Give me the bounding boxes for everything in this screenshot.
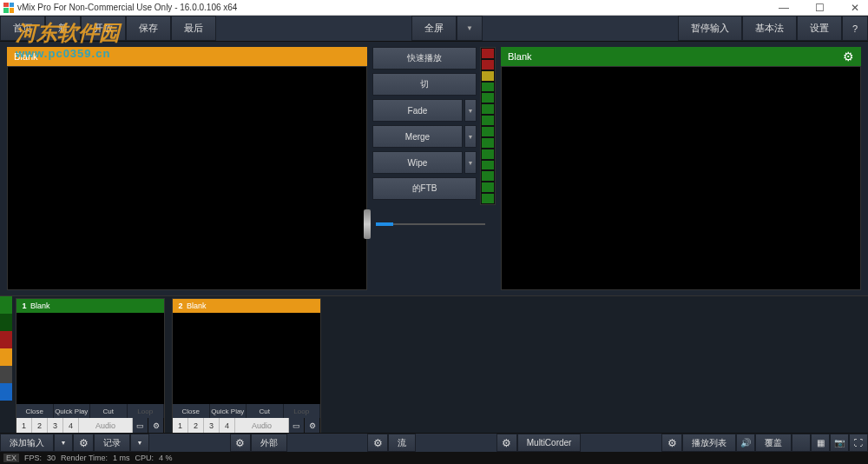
playlist-settings-icon[interactable]: ⚙ bbox=[661, 434, 682, 452]
render-value: 1 ms bbox=[113, 454, 130, 462]
input-monitor-icon[interactable]: ▭ bbox=[289, 418, 305, 434]
overlay-2[interactable]: 2 bbox=[188, 418, 204, 434]
input-preview[interactable] bbox=[16, 313, 164, 404]
tbar[interactable] bbox=[364, 207, 485, 242]
fade-button[interactable]: Fade bbox=[372, 99, 463, 122]
quickplay-button[interactable]: 快速播放 bbox=[372, 47, 477, 70]
category-tab-blue[interactable] bbox=[0, 383, 12, 401]
record-settings-icon[interactable]: ⚙ bbox=[73, 434, 94, 452]
overlay-2[interactable]: 2 bbox=[32, 418, 48, 434]
overlay-1[interactable]: 1 bbox=[173, 418, 188, 434]
input-close[interactable]: Close bbox=[173, 404, 210, 418]
render-label: Render Time: bbox=[61, 454, 108, 462]
maximize-button[interactable]: ☐ bbox=[810, 2, 830, 14]
overlay-3[interactable]: 3 bbox=[204, 418, 220, 434]
category-tab-grey[interactable] bbox=[0, 366, 12, 383]
output-panel: Blank ⚙ bbox=[501, 47, 861, 290]
overlay-button[interactable]: 覆盖 bbox=[755, 434, 792, 452]
add-input-dropdown[interactable]: ▼ bbox=[54, 434, 73, 452]
fullscreen-dropdown[interactable]: ▼ bbox=[457, 16, 483, 41]
preview-label: Blank bbox=[14, 51, 38, 62]
category-tab-red[interactable] bbox=[0, 331, 12, 348]
overlay-4[interactable]: 4 bbox=[220, 418, 235, 434]
input-tile-1[interactable]: 1Blank Close Quick Play Cut Loop 1 2 3 4… bbox=[16, 298, 165, 434]
master-audio-meter[interactable] bbox=[792, 434, 811, 452]
last-button[interactable]: 最后 bbox=[171, 16, 216, 41]
add-input-button[interactable]: 添加输入 bbox=[0, 434, 54, 452]
input-loop[interactable]: Loop bbox=[284, 404, 321, 418]
input-cut[interactable]: Cut bbox=[90, 404, 128, 418]
external-button[interactable]: 外部 bbox=[251, 434, 287, 452]
window-title: vMix Pro For Non-Commercial Use Only - 1… bbox=[17, 3, 237, 12]
overlay-3[interactable]: 3 bbox=[48, 418, 63, 434]
home-button[interactable]: 首页 bbox=[0, 16, 45, 41]
window-titlebar: vMix Pro For Non-Commercial Use Only - 1… bbox=[0, 0, 868, 16]
ftb-button[interactable]: 的FTB bbox=[372, 177, 477, 200]
fullscreen-button[interactable]: 全屏 bbox=[411, 16, 457, 41]
multicorder-settings-icon[interactable]: ⚙ bbox=[496, 434, 517, 452]
preview-panel: Blank bbox=[7, 47, 367, 290]
multicorder-button[interactable]: MultiCorder bbox=[517, 434, 582, 452]
snapshot-icon[interactable]: 📷 bbox=[830, 434, 849, 452]
open-button[interactable]: 开放 bbox=[81, 16, 126, 41]
input-settings-icon[interactable]: ⚙ bbox=[305, 418, 320, 434]
output-header: Blank ⚙ bbox=[501, 47, 861, 66]
input-settings-icon[interactable]: ⚙ bbox=[148, 418, 164, 434]
playlist-button[interactable]: 播放列表 bbox=[682, 434, 736, 452]
stream-settings-icon[interactable]: ⚙ bbox=[367, 434, 388, 452]
input-tile-2[interactable]: 2Blank Close Quick Play Cut Loop 1 2 3 4… bbox=[172, 298, 321, 434]
new-button[interactable]: 新 bbox=[45, 16, 81, 41]
save-button[interactable]: 保存 bbox=[126, 16, 171, 41]
input-quickplay[interactable]: Quick Play bbox=[210, 404, 247, 418]
input-cut[interactable]: Cut bbox=[247, 404, 284, 418]
category-tabs bbox=[0, 296, 12, 436]
audio-meter bbox=[480, 47, 496, 205]
output-video[interactable] bbox=[501, 66, 861, 290]
tbar-track[interactable] bbox=[376, 223, 485, 225]
top-toolbar: 首页 新 开放 保存 最后 全屏 ▼ 暂停输入 基本法 设置 ? bbox=[0, 16, 868, 42]
transition-column: 快速播放 切 Fade▼ Merge▼ Wipe▼ 的FTB bbox=[372, 47, 496, 290]
pause-input-button[interactable]: 暂停输入 bbox=[678, 16, 742, 41]
input-loop[interactable]: Loop bbox=[128, 404, 165, 418]
wipe-button[interactable]: Wipe bbox=[372, 151, 463, 174]
merge-dropdown[interactable]: ▼ bbox=[464, 125, 477, 148]
settings-button[interactable]: 设置 bbox=[797, 16, 842, 41]
category-tab-green[interactable] bbox=[0, 296, 12, 314]
cut-button[interactable]: 切 bbox=[372, 73, 477, 96]
input-close[interactable]: Close bbox=[16, 404, 54, 418]
help-button[interactable]: ? bbox=[842, 16, 868, 41]
input-quickplay[interactable]: Quick Play bbox=[54, 404, 91, 418]
status-ex: EX bbox=[3, 454, 19, 462]
category-tab-darkgreen[interactable] bbox=[0, 314, 12, 331]
merge-button[interactable]: Merge bbox=[372, 125, 463, 148]
wipe-dropdown[interactable]: ▼ bbox=[464, 151, 477, 174]
record-dropdown[interactable]: ▼ bbox=[130, 434, 149, 452]
input-preview[interactable] bbox=[173, 313, 320, 404]
stream-button[interactable]: 流 bbox=[388, 434, 416, 452]
fade-dropdown[interactable]: ▼ bbox=[464, 99, 477, 122]
input-monitor-icon[interactable]: ▭ bbox=[133, 418, 148, 434]
inputs-area: 1Blank Close Quick Play Cut Loop 1 2 3 4… bbox=[0, 295, 868, 436]
output-settings-icon[interactable]: ⚙ bbox=[843, 50, 854, 63]
fullscreen-toggle-icon[interactable]: ⛶ bbox=[849, 434, 868, 452]
overlay-4[interactable]: 4 bbox=[63, 418, 79, 434]
minimize-button[interactable]: — bbox=[773, 2, 794, 14]
preview-video[interactable] bbox=[7, 66, 367, 290]
basic-button[interactable]: 基本法 bbox=[742, 16, 797, 41]
category-tab-orange[interactable] bbox=[0, 348, 12, 366]
audio-icon[interactable]: 🔊 bbox=[736, 434, 755, 452]
input-audio[interactable]: Audio bbox=[235, 418, 289, 434]
tbar-handle[interactable] bbox=[364, 209, 371, 239]
record-button[interactable]: 记录 bbox=[94, 434, 130, 452]
fps-value: 30 bbox=[47, 454, 56, 462]
bottom-toolbar: 添加输入 ▼ ⚙ 记录 ▼ ⚙ 外部 ⚙ 流 ⚙ MultiCorder ⚙ 播… bbox=[0, 433, 868, 452]
input-audio[interactable]: Audio bbox=[79, 418, 133, 434]
close-button[interactable]: ✕ bbox=[845, 2, 865, 14]
status-bar: EX FPS: 30 Render Time: 1 ms CPU: 4 % bbox=[0, 452, 868, 464]
input-number: 1 bbox=[18, 302, 30, 310]
main-area: Blank 快速播放 切 Fade▼ Merge▼ Wipe▼ 的FTB Bla… bbox=[0, 42, 868, 295]
grid-view-icon[interactable]: ▦ bbox=[811, 434, 830, 452]
overlay-1[interactable]: 1 bbox=[16, 418, 32, 434]
app-icon bbox=[3, 3, 14, 13]
external-settings-icon[interactable]: ⚙ bbox=[230, 434, 251, 452]
